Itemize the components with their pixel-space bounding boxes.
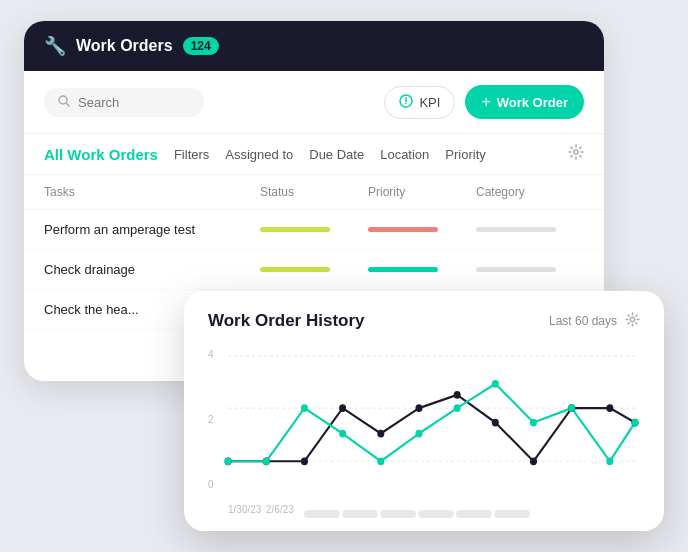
svg-point-17 bbox=[492, 419, 499, 427]
order-count-badge: 124 bbox=[183, 37, 219, 55]
kpi-button[interactable]: KPI bbox=[384, 86, 455, 119]
search-icon bbox=[58, 95, 70, 110]
status-bar bbox=[260, 267, 368, 272]
task-name: Perform an amperage test bbox=[44, 222, 260, 237]
table-header: Tasks Status Priority Category bbox=[24, 175, 604, 210]
toolbar: KPI + Work Order bbox=[24, 71, 604, 134]
svg-point-6 bbox=[630, 317, 634, 321]
x-label-1: 2/6/23 bbox=[266, 504, 304, 522]
filter-row: All Work Orders Filters Assigned to Due … bbox=[24, 134, 604, 175]
svg-point-12 bbox=[301, 457, 308, 465]
svg-point-25 bbox=[339, 430, 346, 438]
x-label-0: 1/30/23 bbox=[228, 504, 266, 522]
history-card: Work Order History Last 60 days bbox=[184, 291, 664, 531]
status-bar bbox=[260, 227, 368, 232]
svg-point-31 bbox=[568, 404, 575, 412]
category-bar bbox=[476, 227, 584, 232]
settings-icon[interactable] bbox=[568, 144, 584, 164]
svg-point-32 bbox=[606, 457, 613, 465]
x-label-4 bbox=[380, 504, 418, 522]
svg-point-15 bbox=[415, 404, 422, 412]
category-bar bbox=[476, 267, 584, 272]
kpi-label: KPI bbox=[419, 95, 440, 110]
period-selector[interactable]: Last 60 days bbox=[549, 312, 640, 330]
y-label-2: 2 bbox=[208, 414, 214, 425]
scene: 🔧 Work Orders 124 bbox=[24, 21, 664, 531]
svg-point-24 bbox=[301, 404, 308, 412]
svg-point-13 bbox=[339, 404, 346, 412]
period-label: Last 60 days bbox=[549, 314, 617, 328]
x-label-2 bbox=[304, 504, 342, 522]
x-label-3 bbox=[342, 504, 380, 522]
chart-area: 4 2 0 bbox=[208, 345, 640, 500]
svg-point-5 bbox=[574, 150, 578, 154]
search-input[interactable] bbox=[78, 95, 190, 110]
svg-point-4 bbox=[406, 102, 408, 104]
svg-point-23 bbox=[263, 457, 270, 465]
table-row[interactable]: Check drainage bbox=[24, 250, 604, 290]
svg-line-1 bbox=[67, 103, 70, 106]
filter-due-date[interactable]: Due Date bbox=[309, 147, 364, 162]
table-row[interactable]: Perform an amperage test bbox=[24, 210, 604, 250]
filter-assigned-to[interactable]: Assigned to bbox=[225, 147, 293, 162]
svg-point-27 bbox=[415, 430, 422, 438]
col-priority: Priority bbox=[368, 185, 476, 199]
main-header: 🔧 Work Orders 124 bbox=[24, 21, 604, 71]
x-label-6 bbox=[456, 504, 494, 522]
svg-point-0 bbox=[59, 96, 67, 104]
gear-icon[interactable] bbox=[625, 312, 640, 330]
filter-filters[interactable]: Filters bbox=[174, 147, 209, 162]
chart-svg bbox=[208, 345, 640, 500]
app-title: Work Orders bbox=[76, 37, 173, 55]
history-title: Work Order History bbox=[208, 311, 365, 331]
history-header: Work Order History Last 60 days bbox=[208, 311, 640, 331]
svg-point-14 bbox=[377, 430, 384, 438]
task-name: Check drainage bbox=[44, 262, 260, 277]
svg-point-20 bbox=[606, 404, 613, 412]
y-label-4: 4 bbox=[208, 349, 214, 360]
filter-location[interactable]: Location bbox=[380, 147, 429, 162]
add-work-order-button[interactable]: + Work Order bbox=[465, 85, 584, 119]
priority-bar bbox=[368, 227, 476, 232]
svg-point-18 bbox=[530, 457, 537, 465]
filter-priority[interactable]: Priority bbox=[445, 147, 485, 162]
svg-point-30 bbox=[530, 419, 537, 427]
svg-point-29 bbox=[492, 380, 499, 388]
plus-icon: + bbox=[481, 93, 490, 111]
svg-point-22 bbox=[225, 457, 232, 465]
priority-bar bbox=[368, 267, 476, 272]
wrench-icon: 🔧 bbox=[44, 35, 66, 57]
svg-point-16 bbox=[454, 391, 461, 399]
svg-point-28 bbox=[454, 404, 461, 412]
y-label-0: 0 bbox=[208, 479, 214, 490]
add-label: Work Order bbox=[497, 95, 568, 110]
search-box[interactable] bbox=[44, 88, 204, 117]
col-status: Status bbox=[260, 185, 368, 199]
col-category: Category bbox=[476, 185, 584, 199]
x-label-7 bbox=[494, 504, 532, 522]
x-label-5 bbox=[418, 504, 456, 522]
kpi-icon bbox=[399, 94, 413, 111]
svg-point-26 bbox=[377, 457, 384, 465]
filter-title: All Work Orders bbox=[44, 146, 158, 163]
col-tasks: Tasks bbox=[44, 185, 260, 199]
svg-point-33 bbox=[631, 419, 638, 427]
